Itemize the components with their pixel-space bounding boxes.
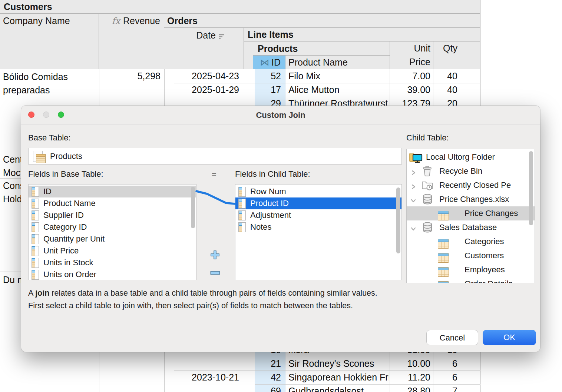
base-field-item[interactable]: Supplier ID: [29, 209, 196, 221]
field-icon: [32, 199, 39, 209]
base-field-item[interactable]: Product Name: [29, 197, 196, 209]
group-header-line-items[interactable]: Line Items: [244, 28, 480, 41]
unit-price-cell[interactable]: 11.20: [390, 371, 433, 384]
child-field-item-selected[interactable]: Product ID: [235, 197, 401, 209]
tree-item-local-ultorg-folder[interactable]: Local Ultorg Folder: [407, 150, 535, 164]
product-name-cell[interactable]: Filo Mix: [288, 69, 389, 83]
column-header-qty[interactable]: Qty: [433, 41, 480, 69]
field-icon: [32, 258, 39, 268]
table-document-icon: [33, 151, 46, 163]
qty-cell[interactable]: 40: [433, 83, 480, 97]
field-icon: [238, 222, 246, 232]
tree-item-sales-database[interactable]: Sales Database: [407, 220, 535, 235]
base-field-item[interactable]: ID: [29, 186, 196, 197]
unit-price-cell[interactable]: 28.80: [390, 384, 433, 392]
column-header-unit-price[interactable]: UnitPrice: [390, 41, 433, 69]
column-header-id[interactable]: ⋈ID: [253, 56, 285, 69]
dialog-titlebar[interactable]: Custom Join: [21, 106, 540, 125]
fields-in-child-table-label: Fields in Child Table:: [235, 169, 310, 179]
table-icon: [438, 211, 449, 220]
base-fields-list[interactable]: ID Product Name Supplier ID Category ID …: [28, 184, 196, 280]
field-icon: [238, 210, 246, 220]
unit-price-cell[interactable]: 10.00: [390, 357, 433, 371]
sort-descending-icon[interactable]: [219, 31, 225, 41]
base-field-item[interactable]: Category ID: [29, 221, 196, 233]
table-icon: [438, 267, 449, 277]
base-table-label: Base Table:: [28, 133, 71, 143]
ok-button[interactable]: OK: [483, 330, 536, 345]
base-field-item[interactable]: Unit Price: [29, 245, 196, 257]
chevron-down-icon[interactable]: [410, 225, 416, 234]
join-description-line1: A join relates data in a base table and …: [28, 289, 377, 298]
table-icon: [438, 239, 449, 249]
product-id-cell[interactable]: 17: [255, 83, 285, 97]
scrollbar-thumb[interactable]: [529, 151, 533, 225]
tree-item-price-changes-selected[interactable]: Price Changes: [407, 206, 535, 220]
field-icon: [32, 234, 39, 244]
trash-icon: [422, 166, 433, 178]
table-title-customers[interactable]: Customers: [0, 0, 480, 14]
table-icon: [438, 281, 449, 283]
custom-join-dialog: Custom Join Base Table: Products Fields …: [21, 106, 540, 352]
product-name-cell[interactable]: Sir Rodney's Scones: [288, 357, 389, 371]
qty-cell[interactable]: 40: [433, 69, 480, 83]
child-field-item[interactable]: Notes: [235, 221, 401, 233]
chevron-down-icon[interactable]: [410, 196, 416, 206]
database-icon: [422, 222, 433, 235]
field-icon: [32, 210, 39, 220]
column-header-product-name[interactable]: Product Name: [285, 56, 390, 69]
order-date-cell[interactable]: 2025-04-23: [164, 69, 244, 83]
base-field-item[interactable]: Quantity per Unit: [29, 233, 196, 245]
group-header-orders[interactable]: Orders: [164, 14, 480, 28]
base-table-field[interactable]: Products: [28, 148, 402, 165]
product-name-cell[interactable]: Alice Mutton: [288, 83, 389, 97]
tree-item-price-changes-xlsx[interactable]: Price Changes.xlsx: [407, 192, 535, 206]
tree-item-recycle-bin[interactable]: Recycle Bin: [407, 164, 535, 178]
field-icon: [32, 187, 39, 197]
formula-icon: fx: [112, 16, 120, 26]
join-connector-line: [179, 184, 253, 210]
fields-in-base-table-label: Fields in Base Table:: [28, 169, 103, 179]
child-field-item[interactable]: Adjustment: [235, 209, 401, 221]
column-header-date[interactable]: Date: [164, 28, 244, 69]
order-date-cell[interactable]: 2025-01-29: [164, 83, 244, 97]
base-field-item[interactable]: Units in Stock: [29, 257, 196, 269]
chevron-right-icon[interactable]: [410, 168, 416, 178]
child-fields-list[interactable]: Row Num Product ID Adjustment Notes: [235, 184, 402, 280]
qty-cell[interactable]: 6: [433, 371, 480, 384]
tree-item-order-details[interactable]: Order Details: [407, 277, 535, 283]
dialog-title: Custom Join: [21, 106, 540, 124]
product-id-cell[interactable]: 69: [255, 384, 285, 392]
revenue-cell[interactable]: 5,298: [99, 69, 164, 83]
product-name-cell[interactable]: Gudbrandsdalsost: [288, 384, 389, 392]
qty-cell[interactable]: 7: [433, 384, 480, 392]
tree-item-recently-closed[interactable]: Recently Closed Pe: [407, 178, 535, 192]
join-icon: ⋈: [260, 57, 269, 68]
child-table-tree[interactable]: Local Ultorg Folder Recycle Bin Recently…: [406, 149, 535, 283]
child-field-item[interactable]: Row Num: [235, 186, 401, 197]
product-id-cell[interactable]: 21: [255, 357, 285, 371]
base-field-item[interactable]: Units on Order: [29, 269, 196, 280]
scrollbar-thumb[interactable]: [396, 187, 400, 253]
qty-cell[interactable]: 6: [433, 357, 480, 371]
add-field-pair-button[interactable]: [209, 249, 221, 260]
tree-item-employees[interactable]: Employees: [407, 263, 535, 277]
order-date-cell[interactable]: 2023-10-21: [164, 371, 244, 384]
unit-price-cell[interactable]: 7.00: [390, 69, 433, 83]
remove-field-pair-button[interactable]: [210, 271, 221, 275]
unit-price-cell[interactable]: 39.00: [390, 83, 433, 97]
base-table-value: Products: [50, 148, 82, 164]
product-id-cell[interactable]: 52: [255, 69, 285, 83]
column-header-revenue[interactable]: fxRevenue: [99, 14, 164, 69]
tree-item-categories[interactable]: Categories: [407, 235, 535, 249]
chevron-right-icon[interactable]: [410, 182, 416, 192]
product-name-cell[interactable]: Singaporean Hokkien Fried Mee: [288, 371, 389, 384]
cancel-button[interactable]: Cancel: [426, 330, 478, 345]
column-header-company-name[interactable]: Company Name: [0, 14, 99, 69]
group-header-products[interactable]: Products: [253, 41, 390, 56]
product-id-cell[interactable]: 42: [255, 371, 285, 384]
folder-clock-icon: [422, 180, 433, 192]
customer-name-cell[interactable]: Bólido Comidas preparadas: [0, 70, 99, 97]
tree-item-customers[interactable]: Customers: [407, 249, 535, 263]
join-description-line2: First select a child table to join with,…: [28, 301, 353, 310]
